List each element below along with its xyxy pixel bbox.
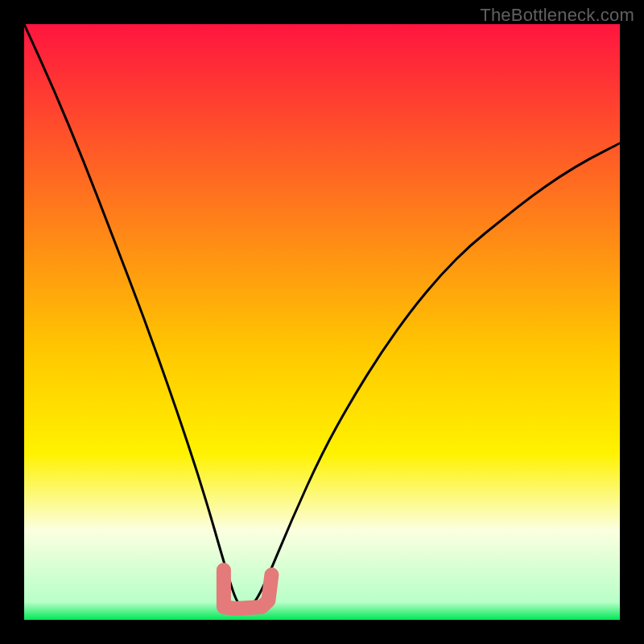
bottleneck-plot <box>24 24 620 620</box>
watermark-text: TheBottleneck.com <box>480 5 634 26</box>
chart-frame: TheBottleneck.com <box>0 0 644 644</box>
gradient-background <box>24 24 620 620</box>
